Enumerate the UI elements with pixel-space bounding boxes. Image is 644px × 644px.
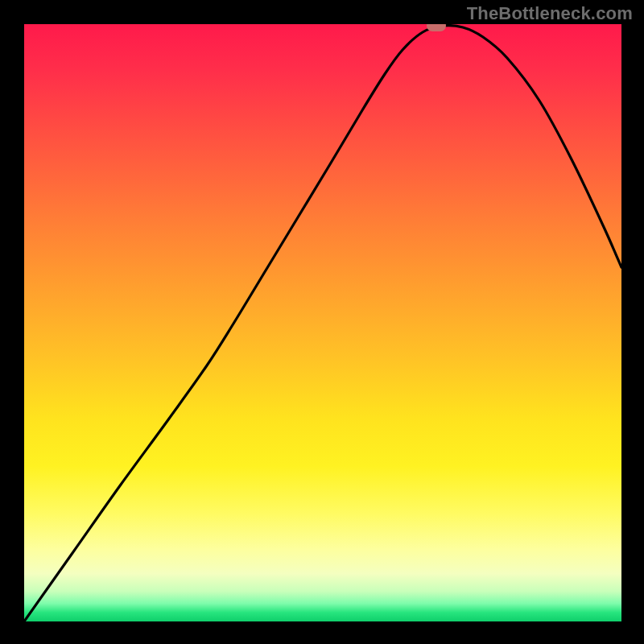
chart-frame: TheBottleneck.com <box>0 0 644 644</box>
bottleneck-curve <box>24 24 621 621</box>
watermark-text: TheBottleneck.com <box>467 3 633 24</box>
plot-area <box>24 24 621 621</box>
optimal-point-marker <box>427 24 446 31</box>
